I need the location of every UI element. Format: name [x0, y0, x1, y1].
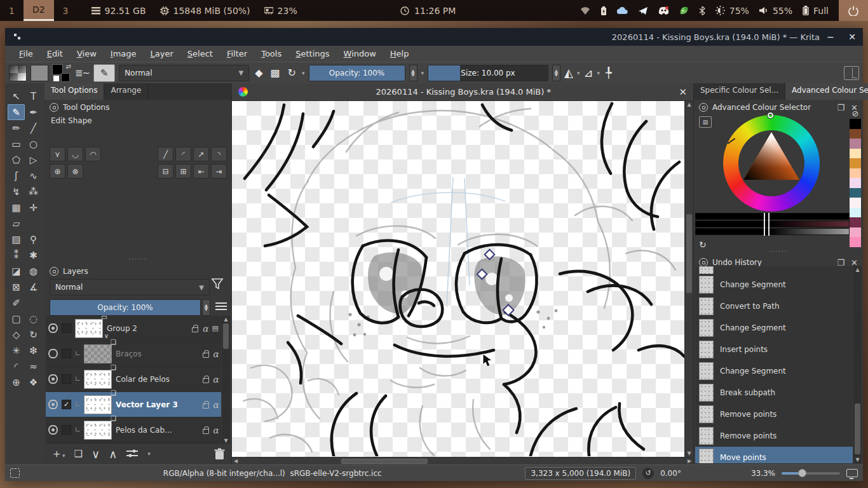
- tool-bezier-curve[interactable]: ʃ: [8, 168, 25, 184]
- menu-view[interactable]: View: [71, 47, 103, 60]
- tool-fill[interactable]: ◪: [8, 263, 25, 279]
- foreground-background-colors[interactable]: ⇄: [52, 64, 71, 82]
- size-slider[interactable]: Size: 10.00 px: [428, 65, 548, 81]
- zoom-value[interactable]: 33.3%: [751, 469, 775, 478]
- layer-row-group-2[interactable]: 🗀∨ Group 2 α ▤: [46, 316, 221, 341]
- selection-status-icon[interactable]: [10, 468, 20, 478]
- tool-select-shapes[interactable]: ↖: [8, 88, 25, 104]
- close-button[interactable]: ✕: [841, 32, 863, 42]
- undo-item[interactable]: Convert to Path: [695, 295, 853, 317]
- layer-options-icon[interactable]: [215, 301, 227, 312]
- history-swatch[interactable]: [850, 119, 861, 129]
- swap-colors-icon[interactable]: ⇄: [66, 63, 71, 70]
- history-swatch[interactable]: [850, 168, 861, 179]
- history-swatch[interactable]: [850, 149, 861, 159]
- menu-tools[interactable]: Tools: [255, 47, 288, 60]
- undo-item[interactable]: Remove points: [695, 425, 853, 447]
- delete-layer-button[interactable]: [214, 448, 225, 460]
- lock-icon[interactable]: [203, 429, 209, 434]
- menu-edit[interactable]: Edit: [41, 47, 69, 60]
- line-nodes-button[interactable]: ↗: [193, 147, 209, 161]
- preserve-alpha-icon[interactable]: ▩: [268, 67, 281, 79]
- smooth-point-button[interactable]: ◡: [67, 147, 83, 161]
- window-titlebar[interactable]: 20260114 - Kissing Boys.kra (194.0 MiB) …: [5, 28, 863, 46]
- menu-settings[interactable]: Settings: [289, 47, 336, 60]
- tool-ellipse-select[interactable]: ◌: [25, 311, 42, 327]
- tool-crop[interactable]: ▱: [8, 215, 25, 231]
- layer-row-bracos[interactable]: ∟ ❏ Braços α: [46, 341, 221, 367]
- size-spinner[interactable]: ▲▼: [552, 65, 560, 81]
- alpha-icon[interactable]: α: [202, 323, 208, 334]
- tool-ellipse[interactable]: ○: [25, 136, 42, 152]
- selector-settings-icon[interactable]: ▤: [699, 116, 712, 128]
- line-segment-button[interactable]: ╱: [158, 147, 173, 161]
- tool-polyline[interactable]: ▷: [25, 152, 42, 168]
- move-layer-up-button[interactable]: ∧: [109, 447, 117, 461]
- reload-preset-icon[interactable]: ↻: [286, 67, 298, 79]
- tool-dynamic-brush[interactable]: ↯: [8, 184, 25, 200]
- docker-splitter[interactable]: ······: [694, 250, 863, 255]
- lock-icon[interactable]: [203, 378, 209, 383]
- layer-opacity-spinner[interactable]: ▲▼: [202, 299, 210, 316]
- mirror-vertical-icon[interactable]: ⊿: [583, 66, 593, 79]
- undo-item[interactable]: Change Segment: [695, 274, 853, 295]
- visibility-eye-icon[interactable]: [48, 349, 58, 358]
- tool-freehand-select[interactable]: ↻: [25, 327, 42, 342]
- layers-header[interactable]: Layers: [44, 264, 231, 279]
- value-gradient-sliders[interactable]: [695, 213, 850, 236]
- tool-magnetic-select[interactable]: ≈: [25, 358, 42, 374]
- tool-gradient[interactable]: ▨: [8, 231, 25, 247]
- layer-row-pelos-da-cab[interactable]: ∟ ❏ Pelos da Cab... α: [46, 417, 221, 443]
- break-point-button[interactable]: ⇤: [193, 164, 209, 179]
- rotation-value[interactable]: 0.00°: [660, 469, 681, 478]
- battery-applet-icon[interactable]: [600, 6, 607, 15]
- canvas-subwindow-titlebar[interactable]: 20260114 - Kissing Boys.kra (194.0 MiB) …: [232, 83, 693, 101]
- volume-indicator[interactable]: 55%: [759, 6, 792, 16]
- tab-tool-options[interactable]: Tool Options: [44, 83, 104, 100]
- tool-colorize-mask[interactable]: ✱: [25, 247, 42, 263]
- canvas[interactable]: [232, 101, 684, 457]
- tray-app-icon[interactable]: [679, 6, 689, 15]
- tool-color-picker[interactable]: ⚲: [25, 231, 42, 247]
- colour-wheel[interactable]: [723, 115, 820, 212]
- undo-item-partial[interactable]: [695, 266, 853, 274]
- undo-item[interactable]: Change Segment: [695, 317, 853, 339]
- workspace-1[interactable]: 1: [0, 0, 24, 21]
- move-layer-down-button[interactable]: ∨: [92, 447, 100, 461]
- history-swatch[interactable]: [850, 198, 861, 208]
- break-segment-button[interactable]: ⇥: [211, 164, 227, 179]
- tool-options-header[interactable]: Tool Options: [44, 100, 231, 115]
- telegram-icon[interactable]: [638, 6, 648, 15]
- lock-icon[interactable]: [203, 353, 209, 358]
- to-curve-button[interactable]: ⊞: [175, 164, 191, 179]
- layer-filter-icon[interactable]: [211, 278, 225, 293]
- edit-brush-settings-button[interactable]: ✎: [93, 64, 115, 82]
- tool-rect-select[interactable]: ▢: [8, 311, 25, 327]
- menu-image[interactable]: Image: [104, 47, 143, 60]
- workspace-3[interactable]: 3: [54, 0, 78, 21]
- tool-polygon[interactable]: ⬠: [8, 152, 25, 168]
- chevron-down-icon[interactable]: ∨: [104, 332, 109, 339]
- advanced-colour-selector-header[interactable]: Advanced Colour Selector ❐✕: [694, 100, 863, 115]
- refresh-icon[interactable]: ↻: [699, 240, 707, 250]
- tool-enclose-fill[interactable]: ◍: [25, 263, 42, 279]
- history-swatch[interactable]: [850, 227, 861, 238]
- image-dimensions[interactable]: 3,323 x 5,000 (194.0 MiB): [525, 467, 636, 480]
- tab-advanced-colour-selector[interactable]: Advanced Colour Sel...: [785, 83, 868, 100]
- symmetric-point-button[interactable]: ◠: [85, 147, 101, 161]
- wifi-icon[interactable]: [580, 6, 590, 15]
- undo-item[interactable]: Remove points: [695, 403, 853, 425]
- visibility-eye-icon[interactable]: [48, 374, 58, 384]
- layer-row-vector-layer-3-selected[interactable]: ✓ ∟ ❏ Vector Layer 3 α: [46, 392, 221, 417]
- layer-checkbox[interactable]: [62, 323, 71, 333]
- history-swatch[interactable]: [850, 129, 861, 139]
- workspace-chooser-button[interactable]: [844, 66, 859, 80]
- tool-rectangle[interactable]: ▭: [8, 136, 25, 152]
- zoom-slider[interactable]: [782, 472, 840, 475]
- wrap-around-icon[interactable]: ╄: [604, 67, 614, 79]
- lock-icon[interactable]: [192, 327, 198, 332]
- history-swatch[interactable]: [850, 188, 861, 198]
- blend-mode-dropdown[interactable]: Normal▼: [119, 65, 249, 81]
- fit-screen-icon[interactable]: [846, 469, 858, 477]
- history-swatch[interactable]: [850, 178, 861, 188]
